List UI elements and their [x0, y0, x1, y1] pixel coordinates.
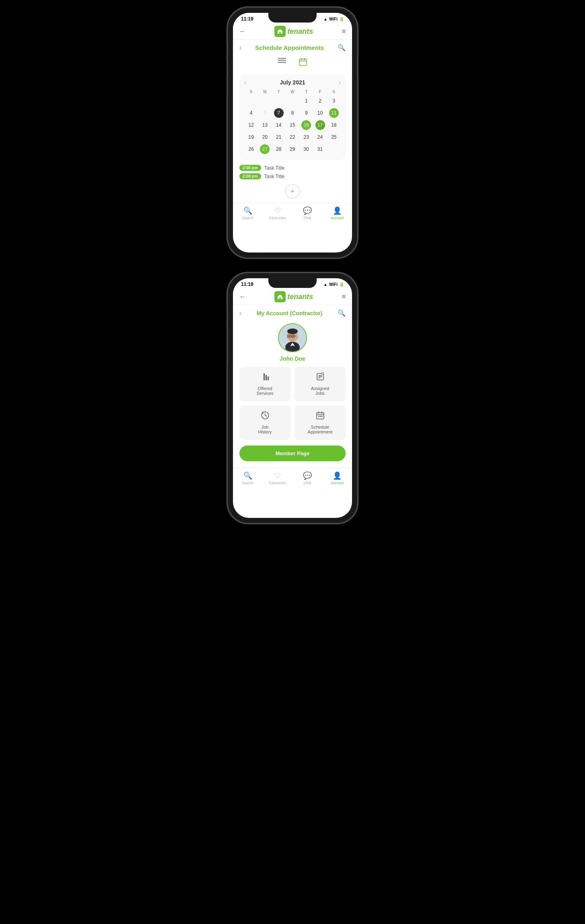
cal-grid: S M T W T F S [244, 89, 341, 155]
cal-day[interactable] [244, 95, 258, 107]
back-arrow-icon-2[interactable]: ← [239, 293, 246, 300]
cal-day[interactable]: 9 [299, 107, 313, 119]
menu-icon-1[interactable]: ≡ [342, 28, 346, 35]
cal-day[interactable]: 28 [272, 143, 286, 155]
cal-day[interactable] [258, 95, 272, 107]
cal-day[interactable]: 31 [313, 143, 327, 155]
cal-day[interactable]: 23 [299, 131, 313, 143]
nav-search-label-2: Search [242, 481, 254, 485]
menu-icon-2[interactable]: ≡ [342, 293, 346, 300]
task-item-2[interactable]: 2:00 pm Task Title [239, 173, 346, 179]
offered-services-label: OfferedServices [256, 386, 273, 396]
cal-day[interactable]: 11 [327, 107, 341, 119]
account-screen-title: My Account (Contractor) [241, 310, 338, 316]
battery-icon-2: 🔋 [339, 282, 344, 287]
cal-day[interactable] [272, 95, 286, 107]
nav-chat-2[interactable]: 💬 Chat [292, 471, 322, 485]
schedule-appointment-card[interactable]: ScheduleAppointment [295, 405, 346, 440]
task-item-1[interactable]: 2:00 pm Task Title [239, 165, 346, 171]
status-icons-1: ▲ WiFi 🔋 [323, 17, 344, 21]
cal-day[interactable]: 17 [313, 119, 327, 131]
task-title-2: Task Title [264, 174, 284, 179]
account-nav-icon: 👤 [333, 206, 342, 215]
cal-prev-btn[interactable]: ‹ [244, 79, 246, 86]
svg-point-17 [292, 338, 293, 339]
cal-day[interactable] [286, 95, 299, 107]
search-icon-1[interactable]: 🔍 [338, 44, 346, 51]
assigned-jobs-card[interactable]: AssignedJobs [295, 367, 346, 401]
list-view-btn[interactable] [275, 56, 289, 70]
svg-rect-4 [301, 58, 302, 60]
nav-favourites-1[interactable]: ♡ Favourites [263, 206, 292, 220]
cal-day[interactable]: 29 [286, 143, 299, 155]
calendar-card: ‹ July 2021 › S M T W [239, 74, 346, 160]
svg-rect-2 [278, 62, 286, 63]
nav-search-label-1: Search [242, 216, 254, 220]
cal-day[interactable]: 16 [299, 119, 313, 131]
cal-day[interactable]: 2 [313, 95, 327, 107]
svg-point-16 [293, 336, 294, 337]
svg-rect-34 [321, 416, 323, 417]
cal-day[interactable]: 12 [244, 119, 258, 131]
cal-day[interactable]: 26 [244, 143, 258, 155]
screen-header-1: ‹ Schedule Appointments 🔍 [239, 44, 346, 51]
cal-day[interactable]: 15 [286, 119, 299, 131]
status-time-1: 11:19 [241, 16, 253, 22]
cal-header: ‹ July 2021 › [244, 79, 341, 86]
nav-search-2[interactable]: 🔍 Search [233, 471, 263, 485]
nav-account-1[interactable]: 👤 Account [322, 206, 352, 220]
brand-logo-2: tenants [274, 291, 313, 302]
cal-day[interactable]: 3 [327, 95, 341, 107]
svg-rect-6 [299, 61, 307, 62]
search-icon-2[interactable]: 🔍 [338, 309, 346, 317]
cal-day[interactable]: 24 [313, 131, 327, 143]
cal-day[interactable]: 10 [313, 107, 327, 119]
account-screen: ‹ My Account (Contractor) 🔍 [233, 305, 352, 468]
offered-services-card[interactable]: OfferedServices [239, 367, 290, 401]
add-button[interactable]: + [285, 184, 300, 199]
nav-account-label-1: Account [331, 216, 344, 220]
cal-day[interactable]: 8 [286, 107, 299, 119]
calendar-view-btn[interactable] [296, 56, 310, 70]
wifi-icon-2: WiFi [329, 282, 338, 287]
job-history-icon [261, 411, 270, 422]
heart-nav-icon-2: ♡ [274, 471, 281, 480]
cal-day[interactable]: 19 [244, 131, 258, 143]
menu-grid: OfferedServices [239, 367, 346, 440]
job-history-card[interactable]: JobHistory [239, 405, 290, 440]
offered-services-icon [261, 372, 270, 384]
nav-account-2[interactable]: 👤 Account [322, 471, 352, 485]
avatar-section: John Doe [239, 323, 346, 362]
cal-day[interactable]: 22 [286, 131, 299, 143]
cal-day[interactable]: 4 [244, 107, 258, 119]
user-avatar[interactable] [278, 323, 307, 352]
cal-day[interactable]: 20 [258, 131, 272, 143]
nav-favourites-2[interactable]: ♡ Favourites [263, 471, 292, 485]
task-time-2: 2:00 pm [239, 173, 261, 179]
back-arrow-icon[interactable]: ← [239, 28, 246, 35]
brand-name-1: tenants [287, 27, 313, 36]
cal-day[interactable]: 14 [272, 119, 286, 131]
cal-day[interactable]: 18 [327, 119, 341, 131]
cal-day[interactable]: 30 [299, 143, 313, 155]
cal-day[interactable]: 27 [258, 143, 272, 155]
nav-search-1[interactable]: 🔍 Search [233, 206, 263, 220]
cal-day[interactable]: 7 [272, 107, 286, 119]
cal-day[interactable]: 21 [272, 131, 286, 143]
cal-next-btn[interactable]: › [339, 79, 341, 86]
bottom-nav-1: 🔍 Search ♡ Favourites 💬 Chat 👤 Account [233, 203, 352, 226]
cal-day[interactable]: 13 [258, 119, 272, 131]
col-tue: T [272, 89, 286, 95]
svg-rect-0 [278, 58, 286, 59]
cal-day[interactable]: 5 [258, 107, 272, 119]
nav-chat-1[interactable]: 💬 Chat [292, 206, 322, 220]
screen-content-1: ‹ Schedule Appointments 🔍 [233, 40, 352, 203]
cal-day[interactable]: 1 [299, 95, 313, 107]
chat-nav-icon-2: 💬 [303, 471, 312, 480]
cal-day[interactable] [327, 143, 341, 155]
avatar-image [279, 324, 306, 351]
member-page-button[interactable]: Member Page [239, 446, 346, 461]
cal-day[interactable]: 25 [327, 131, 341, 143]
search-nav-icon: 🔍 [243, 206, 252, 215]
col-fri: F [313, 89, 327, 95]
